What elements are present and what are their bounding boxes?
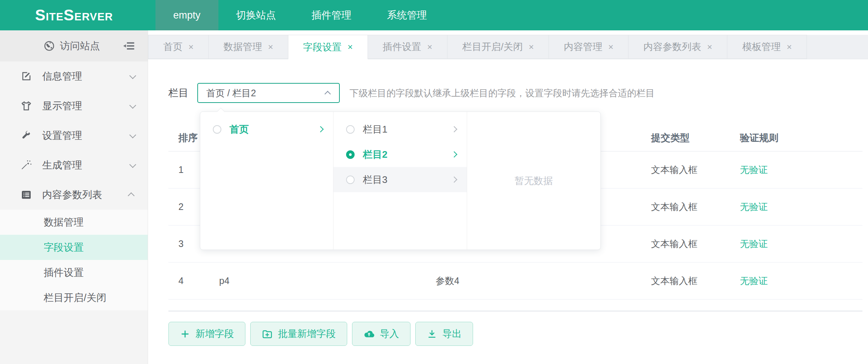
tab-data-management[interactable]: 数据管理 × <box>208 35 288 59</box>
no-data-placeholder: 暂无数据 <box>467 112 600 250</box>
globe-icon <box>44 40 55 51</box>
chevron-down-icon <box>129 161 136 168</box>
tab-content-param-list[interactable]: 内容参数列表 × <box>628 35 727 59</box>
folder-plus-icon <box>262 328 273 340</box>
chevron-right-icon <box>451 151 457 158</box>
button-label: 新增字段 <box>195 327 234 340</box>
sidebar: 访问站点 <box>0 30 148 364</box>
close-icon[interactable]: × <box>427 42 432 52</box>
cascader-option-channel3[interactable]: 栏目3 <box>334 167 466 192</box>
collapse-sidebar-icon[interactable] <box>123 41 135 51</box>
close-icon[interactable]: × <box>268 42 273 52</box>
close-icon[interactable]: × <box>707 42 712 52</box>
tab-template-management[interactable]: 模板管理 × <box>727 35 807 59</box>
logo-text: SiteServer <box>35 0 113 30</box>
cell-submit-type: 文本输入框 <box>651 201 740 213</box>
chevron-down-icon <box>129 102 136 108</box>
table-row: 4 p4 参数4 文本输入框 无验证 <box>168 263 862 300</box>
cascader-option-channel1[interactable]: 栏目1 <box>334 117 466 142</box>
validation-link[interactable]: 无验证 <box>740 201 768 212</box>
siteserver-app: SiteServer empty 切换站点 插件管理 系统管理 访问站点 <box>0 0 868 364</box>
channel-help-text: 下级栏目的字段默认继承上级栏目的字段，设置字段时请先选择合适的栏目 <box>349 87 655 99</box>
button-label: 导出 <box>442 327 462 340</box>
tab-content-management[interactable]: 内容管理 × <box>549 35 629 59</box>
list-icon <box>21 189 33 200</box>
sidebar-item-generate-management[interactable]: 生成管理 <box>0 150 148 180</box>
cascader-option-label: 栏目3 <box>363 173 452 186</box>
submenu-item-channel-toggle[interactable]: 栏目开启/关闭 <box>0 285 148 310</box>
add-field-button[interactable]: 新增字段 <box>168 322 245 346</box>
visit-site-label: 访问站点 <box>60 39 100 53</box>
nav-system-management[interactable]: 系统管理 <box>369 0 445 30</box>
tab-label: 字段设置 <box>303 41 342 54</box>
chevron-right-icon <box>451 177 457 183</box>
import-button[interactable]: 导入 <box>352 322 410 346</box>
current-site-tab[interactable]: empty <box>155 0 218 30</box>
submenu-item-field-settings[interactable]: 字段设置 <box>0 235 148 260</box>
radio-checked-icon[interactable] <box>346 150 355 159</box>
button-label: 批量新增字段 <box>278 327 336 340</box>
tab-field-settings[interactable]: 字段设置 × <box>288 35 368 59</box>
radio-unchecked-icon[interactable] <box>213 125 221 134</box>
button-label: 导入 <box>380 327 399 340</box>
cell-sort: 4 <box>168 275 219 286</box>
tab-home[interactable]: 首页 × <box>148 35 209 59</box>
tab-channel-toggle[interactable]: 栏目开启/关闭 × <box>447 35 549 59</box>
close-icon[interactable]: × <box>608 42 613 52</box>
tab-label: 模板管理 <box>742 40 781 53</box>
cascader-option-label: 栏目2 <box>363 148 452 161</box>
radio-unchecked-icon[interactable] <box>346 176 355 184</box>
channel-select-row: 栏目 首页 / 栏目2 下级栏目的字段默认继承上级栏目的字段，设置字段时请先选择… <box>168 83 862 103</box>
sidebar-item-content-param-list[interactable]: 内容参数列表 <box>0 180 148 210</box>
tab-label: 内容管理 <box>564 40 602 53</box>
visit-site-header[interactable]: 访问站点 <box>0 30 148 61</box>
plus-icon <box>180 329 190 339</box>
radio-unchecked-icon[interactable] <box>346 125 355 134</box>
close-icon[interactable]: × <box>348 42 353 52</box>
cascader-option-channel2[interactable]: 栏目2 <box>334 142 466 167</box>
validation-link[interactable]: 无验证 <box>740 238 768 249</box>
wrench-icon <box>21 130 33 141</box>
sidebar-item-label: 内容参数列表 <box>42 188 130 201</box>
nav-switch-site[interactable]: 切换站点 <box>218 0 294 30</box>
tab-strip: 首页 × 数据管理 × 字段设置 × 插件设置 × 栏目开启/关闭 × <box>148 35 868 59</box>
close-icon[interactable]: × <box>188 42 194 52</box>
chevron-right-icon <box>451 126 457 133</box>
close-icon[interactable]: × <box>529 42 534 52</box>
validation-link[interactable]: 无验证 <box>740 275 768 286</box>
cascader-column-3: 暂无数据 <box>467 112 600 250</box>
top-nav: empty 切换站点 插件管理 系统管理 <box>148 0 445 30</box>
validation-link[interactable]: 无验证 <box>740 164 768 175</box>
close-icon[interactable]: × <box>787 42 792 52</box>
action-buttons: 新增字段 批量新增字段 <box>168 322 862 346</box>
sidebar-item-info-management[interactable]: 信息管理 <box>0 61 148 91</box>
sidebar-item-display-management[interactable]: 显示管理 <box>0 91 148 121</box>
logo: SiteServer <box>0 0 148 30</box>
nav-plugin-management[interactable]: 插件管理 <box>294 0 369 30</box>
batch-add-fields-button[interactable]: 批量新增字段 <box>250 322 347 346</box>
submenu-item-data-management[interactable]: 数据管理 <box>0 210 148 235</box>
cell-submit-type: 文本输入框 <box>651 164 740 176</box>
cascader-option-label: 栏目1 <box>363 123 452 136</box>
tab-label: 内容参数列表 <box>643 40 701 53</box>
channel-cascader-dropdown: 首页 栏目1 栏目2 栏目3 暂无数据 <box>200 111 601 250</box>
export-button[interactable]: 导出 <box>415 322 473 346</box>
table-bottom-divider <box>168 300 862 311</box>
chevron-down-icon <box>129 131 136 138</box>
chevron-down-icon <box>129 72 136 79</box>
download-icon <box>427 329 437 339</box>
cell-field-name: p4 <box>219 275 436 286</box>
topbar: SiteServer empty 切换站点 插件管理 系统管理 <box>0 0 868 30</box>
tab-plugin-settings[interactable]: 插件设置 × <box>368 35 448 59</box>
sidebar-item-settings-management[interactable]: 设置管理 <box>0 121 148 150</box>
channel-label: 栏目 <box>168 86 188 100</box>
sidebar-item-label: 信息管理 <box>42 70 130 83</box>
submenu-item-plugin-settings[interactable]: 插件设置 <box>0 260 148 285</box>
cell-submit-type: 文本输入框 <box>651 275 740 287</box>
cell-submit-type: 文本输入框 <box>651 238 740 250</box>
cascader-option-home[interactable]: 首页 <box>200 117 333 142</box>
tab-label: 数据管理 <box>224 40 262 53</box>
tab-label: 首页 <box>163 40 182 53</box>
channel-select[interactable]: 首页 / 栏目2 <box>197 83 340 103</box>
channel-select-value: 首页 / 栏目2 <box>206 87 326 99</box>
